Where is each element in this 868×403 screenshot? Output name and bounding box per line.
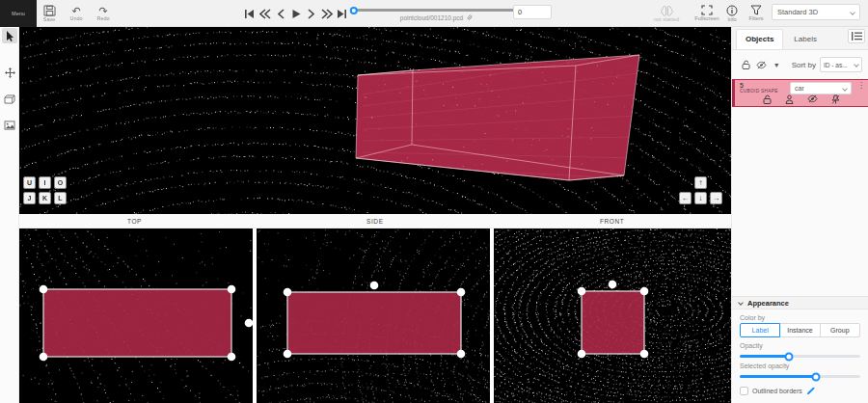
menu-label: Menu [12, 12, 25, 17]
undo-icon: ↶ [71, 6, 80, 15]
front-ortho-view[interactable] [494, 228, 731, 403]
play-button[interactable] [289, 6, 302, 21]
resize-handle[interactable] [640, 287, 649, 296]
resize-handle[interactable] [578, 287, 586, 296]
chevron-down-icon [738, 300, 744, 306]
resize-handle[interactable] [457, 288, 466, 297]
rotation-handle[interactable] [609, 281, 617, 289]
resize-handle[interactable] [578, 350, 586, 359]
object-hide-button[interactable] [807, 94, 818, 104]
color-by-instance-option[interactable]: Instance [779, 323, 820, 337]
first-frame-button[interactable] [243, 6, 256, 21]
camera-key-o[interactable]: O [54, 176, 67, 189]
cuboid-annotation-layer [19, 27, 731, 214]
workspace-selector[interactable]: Standard 3D [772, 4, 860, 20]
jump-forward-button[interactable] [320, 6, 333, 21]
selected-opacity-slider[interactable] [740, 375, 860, 378]
top-view-annotation-layer [19, 228, 253, 403]
side-view-cuboid-projection[interactable] [287, 292, 461, 354]
resize-handle[interactable] [457, 350, 466, 359]
move-icon [5, 67, 15, 78]
object-lock-button[interactable] [763, 94, 772, 104]
cuboid-icon [4, 94, 15, 104]
objects-sidebar: Objects Labels ▼ Sort by ID - as... 5 CU… [731, 27, 868, 403]
expand-all-caret[interactable]: ▼ [770, 62, 784, 68]
edit-color-pencil-icon[interactable] [806, 387, 815, 395]
brain-icon [661, 5, 673, 16]
perspective-3d-view[interactable]: U I O J K L ↑ ← ↓ → [19, 27, 731, 214]
info-icon [726, 5, 738, 16]
playback-controls [243, 0, 348, 27]
ortho-view-labels: TOP SIDE FRONT [19, 214, 731, 228]
link-icon[interactable] [466, 13, 474, 21]
list-icon [852, 32, 862, 40]
hide-all-button[interactable] [753, 61, 769, 69]
jump-backward-button[interactable] [258, 6, 271, 21]
resize-handle[interactable] [228, 353, 236, 362]
front-view-label: FRONT [600, 218, 624, 225]
frame-number-input[interactable] [513, 5, 552, 19]
opacity-slider[interactable] [740, 355, 860, 358]
object-id: 5 [740, 82, 778, 89]
camera-key-j[interactable]: J [23, 192, 36, 204]
sort-order-selector[interactable]: ID - as... [820, 57, 862, 72]
object-pin-button[interactable] [831, 94, 840, 104]
frame-slider[interactable] [353, 9, 521, 12]
cursor-tool-button[interactable] [2, 28, 17, 43]
controls-sidebar [0, 27, 19, 403]
lock-all-button[interactable] [738, 60, 753, 69]
redo-button[interactable]: ↷ Redo [91, 0, 116, 27]
tab-labels[interactable]: Labels [785, 30, 826, 49]
appearance-collapse-button[interactable] [848, 29, 865, 43]
opacity-slider-handle[interactable] [785, 352, 794, 361]
color-by-group-option[interactable]: Group [820, 323, 860, 337]
object-occluded-button[interactable] [785, 94, 794, 104]
camera-key-l[interactable]: L [54, 192, 67, 204]
move-tool-button[interactable] [2, 65, 17, 80]
side-ortho-view[interactable] [257, 228, 490, 403]
tab-objects[interactable]: Objects [736, 29, 783, 49]
filter-icon [750, 5, 762, 15]
arrow-left-button[interactable]: ← [679, 192, 692, 204]
resize-handle[interactable] [40, 353, 48, 362]
camera-key-k[interactable]: K [39, 192, 51, 204]
next-frame-button[interactable] [305, 6, 317, 21]
info-button[interactable]: Info [721, 0, 743, 27]
rotation-handle[interactable] [245, 319, 253, 328]
appearance-section: Appearance Color by Label Instance Group… [732, 296, 868, 395]
selected-opacity-label: Selected opacity [740, 363, 868, 369]
resize-handle[interactable] [228, 285, 236, 294]
rotation-handle[interactable] [370, 282, 379, 290]
photo-context-tool-button[interactable] [2, 118, 17, 133]
object-actions-menu[interactable]: ⋮ [857, 82, 865, 90]
camera-key-i[interactable]: I [39, 176, 51, 189]
fullscreen-button[interactable]: Fullscreen [692, 0, 721, 27]
filters-button[interactable]: Filters [745, 0, 768, 27]
redo-icon: ↷ [98, 6, 107, 15]
object-item-car[interactable]: 5 CUBOID SHAPE car ⋮ [732, 79, 868, 107]
draw-cuboid-tool-button[interactable] [2, 92, 17, 107]
ai-tools-button[interactable]: not started [652, 0, 681, 27]
arrow-down-button[interactable]: ↓ [694, 192, 707, 204]
top-view-cuboid-projection[interactable] [43, 289, 231, 357]
resize-handle[interactable] [284, 350, 292, 359]
camera-key-u[interactable]: U [23, 176, 36, 189]
outlined-borders-checkbox[interactable] [740, 387, 748, 395]
chevron-down-icon [842, 86, 848, 92]
main-menu-button[interactable]: Menu [0, 0, 37, 27]
color-by-label-option[interactable]: Label [740, 323, 780, 337]
outlined-borders-label: Outlined borders [752, 388, 802, 394]
previous-frame-button[interactable] [274, 6, 286, 21]
arrow-up-button[interactable]: ↑ [694, 176, 707, 189]
resize-handle[interactable] [284, 288, 292, 297]
resize-handle[interactable] [40, 285, 48, 294]
object-label-selector[interactable]: car [790, 82, 852, 94]
front-view-cuboid-projection[interactable] [582, 291, 644, 354]
appearance-header[interactable]: Appearance [732, 296, 868, 309]
undo-button[interactable]: ↶ Undo [64, 0, 89, 27]
resize-handle[interactable] [640, 350, 649, 359]
top-ortho-view[interactable] [19, 228, 253, 403]
selected-opacity-slider-handle[interactable] [811, 372, 820, 381]
save-button[interactable]: Save [37, 0, 62, 27]
arrow-right-button[interactable]: → [710, 192, 722, 204]
